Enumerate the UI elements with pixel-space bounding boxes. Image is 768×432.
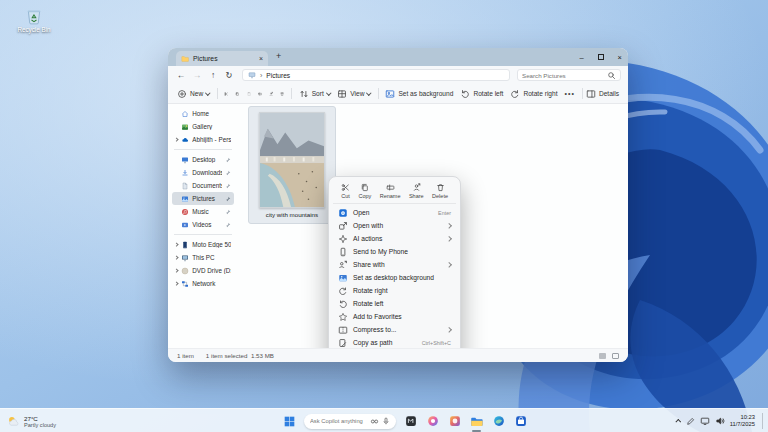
tray-volume-icon[interactable]: [715, 416, 725, 426]
copilot-icon[interactable]: [425, 414, 440, 429]
menu-item-copy-as-path[interactable]: Copy as path Ctrl+Shift+C: [333, 336, 456, 348]
set-as-background-button[interactable]: Set as background: [385, 89, 453, 99]
copy-button[interactable]: [235, 89, 239, 99]
sort-button[interactable]: Sort: [299, 89, 331, 99]
back-button[interactable]: ←: [175, 71, 187, 80]
file-name: city with mountains: [266, 211, 318, 218]
explorer-tab-pictures[interactable]: Pictures ×: [176, 51, 268, 66]
menu-item-send-to-phone[interactable]: Send to My Phone: [333, 245, 456, 258]
photos-app-icon[interactable]: [447, 414, 462, 429]
paste-button[interactable]: [247, 89, 251, 99]
title-bar[interactable]: Pictures × + – ×: [168, 48, 628, 66]
cut-menu-button[interactable]: Cut: [341, 183, 350, 199]
microphone-icon[interactable]: [382, 417, 390, 425]
menu-item-open[interactable]: Open Enter: [333, 206, 456, 219]
view-label: View: [350, 90, 364, 97]
sidebar-item-dvd-drive[interactable]: DVD Drive (D:) CCC: [172, 264, 234, 277]
navigation-bar: ← → ↑ ↻ › Pictures: [168, 66, 628, 84]
expand-chevron-icon[interactable]: [174, 137, 179, 142]
sidebar-item-pictures[interactable]: Pictures: [172, 192, 234, 205]
refresh-button[interactable]: ↻: [223, 71, 235, 80]
weather-widget[interactable]: 27°C Partly cloudy: [7, 409, 56, 432]
expand-chevron-icon[interactable]: [174, 255, 179, 260]
forward-button[interactable]: →: [191, 71, 203, 80]
start-button[interactable]: [282, 414, 297, 429]
chevron-down-icon: [205, 90, 210, 95]
sidebar-item-downloads[interactable]: Downloads: [172, 166, 234, 179]
sidebar-item-onedrive[interactable]: Abhijith - Personal: [172, 133, 234, 146]
share-icon: [412, 183, 421, 192]
search-input[interactable]: [522, 72, 607, 79]
recycle-bin-desktop-icon[interactable]: Recycle Bin: [10, 7, 58, 33]
show-desktop-button[interactable]: [762, 413, 764, 429]
address-bar[interactable]: › Pictures: [242, 69, 510, 81]
menu-item-rotate-right[interactable]: Rotate right: [333, 284, 456, 297]
menu-item-share-with[interactable]: Share with: [333, 258, 456, 271]
new-button[interactable]: New: [177, 89, 210, 99]
delete-menu-button[interactable]: Delete: [432, 183, 448, 199]
rotate-left-button[interactable]: Rotate left: [460, 89, 503, 99]
sidebar-item-home[interactable]: Home: [172, 107, 234, 120]
thumbnail-view-toggle[interactable]: [612, 353, 619, 359]
copy-icon: [360, 183, 369, 192]
windows-logo-icon: [284, 416, 295, 427]
store-icon[interactable]: [513, 414, 528, 429]
menu-item-open-with[interactable]: Open with: [333, 219, 456, 232]
maximize-button[interactable]: [598, 54, 604, 60]
taskbar-search-input[interactable]: [310, 418, 367, 424]
menu-item-add-to-favorites[interactable]: Add to Favorites: [333, 310, 456, 323]
minimize-button[interactable]: –: [579, 53, 583, 62]
expand-chevron-icon[interactable]: [174, 268, 179, 273]
expand-chevron-icon[interactable]: [174, 242, 179, 247]
view-button[interactable]: View: [337, 89, 371, 99]
share-button[interactable]: [269, 89, 273, 99]
submenu-chevron-icon: [447, 327, 452, 332]
sidebar-item-phone[interactable]: Moto Edge 50 Neo: [172, 238, 234, 251]
tray-pen-icon[interactable]: [686, 417, 695, 426]
menu-item-ai-actions[interactable]: AI actions: [333, 232, 456, 245]
edge-icon[interactable]: [491, 414, 506, 429]
details-pane-button[interactable]: Details: [582, 88, 619, 99]
new-tab-button[interactable]: +: [276, 52, 281, 61]
window-body: Home Gallery Abhijith - Personal Desktop: [168, 104, 628, 348]
cut-button[interactable]: [224, 89, 228, 99]
search-box[interactable]: [517, 69, 621, 81]
menu-item-compress-to[interactable]: Compress to...: [333, 323, 456, 336]
more-options-button[interactable]: •••: [565, 90, 575, 97]
tray-overflow-chevron-icon[interactable]: [675, 419, 681, 425]
rotate-right-button[interactable]: Rotate right: [510, 89, 557, 99]
file-explorer-icon[interactable]: [469, 414, 484, 429]
tray-display-icon[interactable]: [700, 416, 710, 426]
sidebar-item-music[interactable]: Music: [172, 205, 234, 218]
delete-button[interactable]: [280, 89, 284, 99]
copy-menu-button[interactable]: Copy: [358, 183, 371, 199]
close-button[interactable]: ×: [618, 53, 622, 62]
details-view-toggle[interactable]: [599, 353, 606, 359]
videos-icon: [181, 221, 189, 229]
sidebar-item-network[interactable]: Network: [172, 277, 234, 290]
clock-time: 10:23: [730, 414, 755, 421]
taskbar-dark-app-icon[interactable]: [403, 414, 418, 429]
up-button[interactable]: ↑: [207, 71, 219, 80]
rename-menu-button[interactable]: Rename: [380, 183, 401, 199]
menu-item-set-as-desktop-background[interactable]: Set as desktop background: [333, 271, 456, 284]
tab-close-icon[interactable]: ×: [259, 55, 263, 62]
sidebar-item-documents[interactable]: Documents: [172, 179, 234, 192]
command-toolbar: New Sort View Set as background Rotate l…: [168, 84, 628, 104]
menu-item-rotate-left[interactable]: Rotate left: [333, 297, 456, 310]
rotate-left-icon: [338, 299, 348, 309]
downloads-icon: [181, 169, 189, 177]
taskbar-search-box[interactable]: [304, 414, 396, 429]
taskbar-clock[interactable]: 10:23 11/7/2025: [730, 414, 755, 427]
rename-button[interactable]: [258, 89, 262, 99]
share-menu-button[interactable]: Share: [409, 183, 424, 199]
file-item-selected[interactable]: city with mountains: [248, 106, 336, 224]
breadcrumb-chevron-icon: ›: [260, 72, 262, 79]
sidebar-item-this-pc[interactable]: This PC: [172, 251, 234, 264]
sidebar-item-gallery[interactable]: Gallery: [172, 120, 234, 133]
expand-chevron-icon[interactable]: [174, 281, 179, 286]
sidebar-item-videos[interactable]: Videos: [172, 218, 234, 231]
sidebar-item-desktop[interactable]: Desktop: [172, 153, 234, 166]
context-menu: Cut Copy Rename Share Delete: [328, 176, 461, 348]
clock-date: 11/7/2025: [730, 421, 755, 428]
